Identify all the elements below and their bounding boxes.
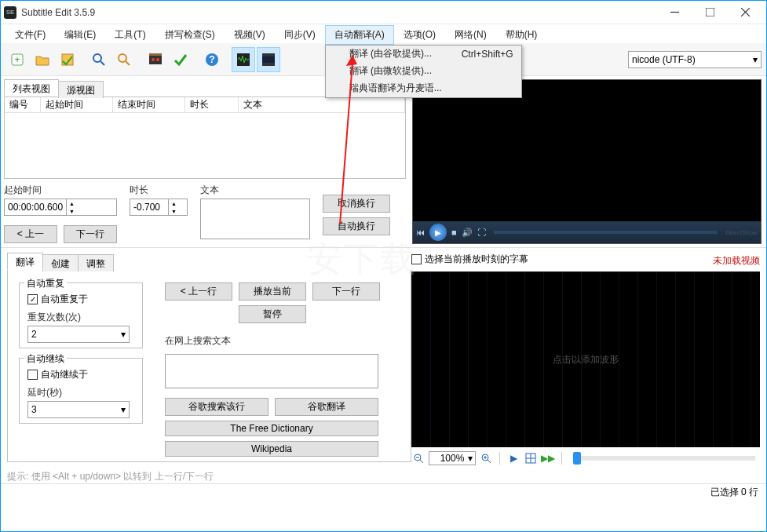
col-end[interactable]: 结束时间 <box>113 97 185 112</box>
menu-bar: 文件(F) 编辑(E) 工具(T) 拼写检查(S) 视频(V) 同步(V) 自动… <box>1 24 766 43</box>
video-toggle[interactable] <box>257 47 280 72</box>
selection-count: 已选择 0 行 <box>710 486 758 499</box>
delay-label: 延时(秒) <box>27 387 62 398</box>
text-input[interactable] <box>200 199 310 239</box>
auto-repeat-title: 自动重复 <box>24 277 67 290</box>
menu-autotranslate[interactable]: 自动翻译(A) 翻译 (由谷歌提供)...Ctrl+Shift+G 翻译 (由微… <box>325 25 394 45</box>
text-label: 文本 <box>200 184 310 197</box>
col-number[interactable]: 编号 <box>5 97 41 112</box>
find-button[interactable] <box>87 47 111 72</box>
chevron-down-icon: ▾ <box>121 329 126 340</box>
auto-continue-checkbox[interactable]: 自动继续于 <box>27 368 134 381</box>
google-search-button[interactable]: 谷歌搜索该行 <box>165 398 268 416</box>
tab-create[interactable]: 创建 <box>42 254 79 271</box>
zoom-out-icon[interactable] <box>411 451 426 465</box>
spin-up-icon[interactable]: ▲ <box>168 199 179 207</box>
close-button[interactable] <box>728 2 763 24</box>
save-button[interactable] <box>56 47 79 72</box>
menu-tools[interactable]: 工具(T) <box>105 25 155 45</box>
svg-text:?: ? <box>209 54 214 65</box>
google-translate-button[interactable]: 谷歌翻译 <box>275 398 378 416</box>
prev-line-button[interactable]: < 上一 <box>4 225 57 243</box>
spellcheck-button[interactable] <box>169 47 192 72</box>
waveform-area[interactable]: 点击以添加波形 <box>411 271 760 447</box>
play-button[interactable]: ▶ <box>429 224 447 241</box>
wikipedia-button[interactable]: Wikipedia <box>165 441 378 457</box>
menu-help[interactable]: 帮助(H) <box>496 25 547 45</box>
col-start[interactable]: 起始时间 <box>41 97 113 112</box>
auto-repeat-checkbox[interactable]: ✓自动重复于 <box>27 293 134 306</box>
duration-input[interactable]: ▲▼ <box>130 199 188 216</box>
nav-prev-button[interactable]: < 上一行 <box>165 282 232 301</box>
svg-line-8 <box>100 61 104 65</box>
lower-tabs: 翻译 创建 调整 <box>7 253 411 270</box>
zoom-in-icon[interactable] <box>479 451 493 465</box>
svg-line-25 <box>488 460 491 463</box>
next-line-button[interactable]: 下一行 <box>64 225 117 243</box>
prev-clip-icon[interactable]: ⏮ <box>416 228 425 237</box>
repeat-count-label: 重复次数(次) <box>27 312 81 322</box>
svg-rect-1 <box>706 8 714 16</box>
waveform-toggle[interactable] <box>232 47 255 72</box>
col-duration[interactable]: 时长 <box>185 97 239 112</box>
svg-point-14 <box>156 58 159 61</box>
encoding-select[interactable]: nicode (UTF-8)▾ <box>628 51 762 68</box>
wave-slider-thumb[interactable] <box>573 452 581 465</box>
svg-rect-20 <box>262 63 275 66</box>
tab-source-view[interactable]: 源视图 <box>58 81 104 98</box>
svg-rect-11 <box>149 55 162 64</box>
spin-down-icon[interactable]: ▼ <box>66 207 77 215</box>
chevron-down-icon: ▾ <box>468 453 473 464</box>
start-label: 起始时间 <box>4 184 117 197</box>
svg-point-13 <box>152 58 155 61</box>
menu-edit[interactable]: 编辑(E) <box>55 25 105 45</box>
open-button[interactable] <box>31 47 54 72</box>
start-time-input[interactable]: ▲▼ <box>4 199 117 216</box>
visual-sync-button[interactable] <box>144 47 167 72</box>
nav-next-button[interactable]: 下一行 <box>312 282 380 301</box>
status-bar: 已选择 0 行 <box>1 483 766 501</box>
tab-list-view[interactable]: 列表视图 <box>4 79 59 97</box>
app-icon: SE <box>4 6 16 19</box>
fullscreen-icon[interactable]: ⛶ <box>477 228 486 237</box>
minimize-button[interactable] <box>657 2 692 24</box>
delay-select[interactable]: 3▾ <box>27 401 130 418</box>
col-text[interactable]: 文本 <box>239 97 405 112</box>
svg-text:+: + <box>14 54 20 65</box>
svg-rect-19 <box>262 53 275 56</box>
svg-line-31 <box>340 63 352 224</box>
spin-down-icon[interactable]: ▼ <box>168 207 179 215</box>
seek-bar[interactable] <box>494 231 718 234</box>
annotation-arrow <box>329 52 360 232</box>
tab-translate[interactable]: 翻译 <box>7 253 43 270</box>
fast-forward-icon[interactable]: ▶▶ <box>541 451 555 465</box>
search-text-input[interactable] <box>165 354 378 388</box>
maximize-button[interactable] <box>692 2 728 24</box>
menu-file[interactable]: 文件(F) <box>5 25 55 45</box>
spin-up-icon[interactable]: ▲ <box>66 199 77 207</box>
menu-sync[interactable]: 同步(V) <box>275 25 325 45</box>
tab-adjust[interactable]: 调整 <box>78 254 114 271</box>
new-button[interactable]: + <box>5 47 29 72</box>
help-button[interactable]: ? <box>200 47 224 72</box>
chevron-down-icon: ▾ <box>753 54 758 65</box>
zoom-select[interactable]: 100%▾ <box>429 451 476 465</box>
menu-spellcheck[interactable]: 拼写检查(S) <box>155 25 225 45</box>
menu-network[interactable]: 网络(N) <box>445 25 496 45</box>
grid-icon[interactable] <box>524 451 538 465</box>
repeat-count-select[interactable]: 2▾ <box>27 326 130 343</box>
menu-options[interactable]: 选项(O) <box>394 25 445 45</box>
wave-play-icon[interactable]: ▶ <box>506 451 520 465</box>
stop-icon[interactable]: ■ <box>451 228 457 237</box>
free-dictionary-button[interactable]: The Free Dictionary <box>165 421 378 436</box>
volume-icon[interactable]: 🔊 <box>462 228 473 238</box>
video-preview[interactable]: ⏮ ▶ ■ 🔊 ⛶ DirectShow <box>412 79 762 244</box>
menu-video[interactable]: 视频(V) <box>225 25 275 45</box>
play-current-button[interactable]: 播放当前 <box>239 282 306 301</box>
svg-point-7 <box>93 54 101 62</box>
replace-button[interactable] <box>112 47 136 72</box>
select-at-playtime-checkbox[interactable]: 选择当前播放时刻的字幕 <box>411 253 528 266</box>
svg-marker-32 <box>346 55 357 66</box>
duration-label: 时长 <box>130 184 188 197</box>
pause-button[interactable]: 暂停 <box>239 305 306 323</box>
